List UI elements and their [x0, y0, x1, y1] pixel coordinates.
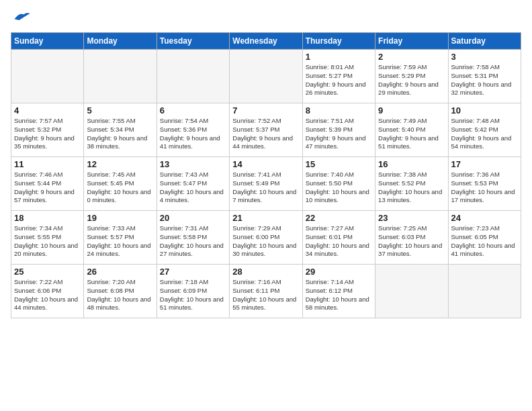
- day-info: Sunrise: 7:54 AM Sunset: 5:36 PM Dayligh…: [160, 117, 226, 151]
- day-info: Sunrise: 7:16 AM Sunset: 6:11 PM Dayligh…: [232, 278, 299, 312]
- day-info: Sunrise: 7:41 AM Sunset: 5:49 PM Dayligh…: [232, 171, 299, 205]
- day-number: 13: [160, 159, 226, 169]
- day-info: Sunrise: 7:43 AM Sunset: 5:47 PM Dayligh…: [160, 171, 226, 205]
- day-info: Sunrise: 7:25 AM Sunset: 6:03 PM Dayligh…: [378, 224, 445, 259]
- calendar-week-row: 1Sunrise: 8:01 AM Sunset: 5:27 PM Daylig…: [11, 50, 521, 103]
- day-info: Sunrise: 7:48 AM Sunset: 5:42 PM Dayligh…: [451, 117, 518, 151]
- day-info: Sunrise: 7:58 AM Sunset: 5:31 PM Dayligh…: [451, 63, 518, 97]
- calendar-week-row: 25Sunrise: 7:22 AM Sunset: 6:06 PM Dayli…: [11, 265, 521, 318]
- col-header-saturday: Saturday: [448, 33, 521, 50]
- day-number: 2: [378, 52, 445, 62]
- day-number: 18: [14, 213, 81, 223]
- col-header-wednesday: Wednesday: [230, 33, 302, 50]
- day-number: 14: [232, 159, 299, 169]
- day-number: 15: [306, 159, 372, 169]
- day-info: Sunrise: 7:57 AM Sunset: 5:32 PM Dayligh…: [14, 117, 81, 151]
- col-header-thursday: Thursday: [302, 33, 375, 50]
- day-info: Sunrise: 7:29 AM Sunset: 6:00 PM Dayligh…: [232, 224, 299, 259]
- day-number: 11: [14, 159, 81, 169]
- day-number: 12: [87, 159, 153, 169]
- col-header-friday: Friday: [375, 33, 448, 50]
- day-info: Sunrise: 7:20 AM Sunset: 6:08 PM Dayligh…: [87, 278, 153, 312]
- day-number: 5: [87, 105, 153, 116]
- page-container: SundayMondayTuesdayWednesdayThursdayFrid…: [0, 0, 532, 324]
- day-info: Sunrise: 7:33 AM Sunset: 5:57 PM Dayligh…: [87, 224, 153, 259]
- day-number: 19: [87, 213, 153, 223]
- day-number: 25: [14, 267, 81, 277]
- day-number: 9: [378, 105, 445, 116]
- day-number: 24: [451, 213, 518, 223]
- day-info: Sunrise: 7:14 AM Sunset: 6:12 PM Dayligh…: [306, 278, 372, 312]
- col-header-tuesday: Tuesday: [157, 33, 229, 50]
- day-info: Sunrise: 7:52 AM Sunset: 5:37 PM Dayligh…: [232, 117, 299, 151]
- day-number: 8: [306, 105, 372, 116]
- logo: [11, 9, 34, 27]
- day-number: 10: [451, 105, 518, 116]
- day-info: Sunrise: 7:23 AM Sunset: 6:05 PM Dayligh…: [451, 224, 518, 259]
- day-info: Sunrise: 7:27 AM Sunset: 6:01 PM Dayligh…: [306, 224, 372, 259]
- calendar-table: SundayMondayTuesdayWednesdayThursdayFrid…: [11, 32, 521, 318]
- day-info: Sunrise: 7:59 AM Sunset: 5:29 PM Dayligh…: [378, 63, 445, 97]
- day-info: Sunrise: 7:22 AM Sunset: 6:06 PM Dayligh…: [14, 278, 81, 312]
- day-number: 17: [451, 159, 518, 169]
- day-number: 7: [232, 105, 299, 116]
- day-info: Sunrise: 7:45 AM Sunset: 5:45 PM Dayligh…: [87, 171, 153, 205]
- day-number: 27: [160, 267, 226, 277]
- day-info: Sunrise: 7:36 AM Sunset: 5:53 PM Dayligh…: [451, 171, 518, 205]
- day-info: Sunrise: 7:40 AM Sunset: 5:50 PM Dayligh…: [306, 171, 372, 205]
- day-number: 3: [451, 52, 518, 62]
- col-header-sunday: Sunday: [11, 33, 84, 50]
- day-number: 1: [306, 52, 372, 62]
- day-info: Sunrise: 7:51 AM Sunset: 5:39 PM Dayligh…: [306, 117, 372, 151]
- calendar-week-row: 4Sunrise: 7:57 AM Sunset: 5:32 PM Daylig…: [11, 103, 521, 157]
- calendar-week-row: 11Sunrise: 7:46 AM Sunset: 5:44 PM Dayli…: [11, 157, 521, 211]
- day-number: 4: [14, 105, 81, 116]
- day-number: 20: [160, 213, 226, 223]
- day-info: Sunrise: 7:34 AM Sunset: 5:55 PM Dayligh…: [14, 224, 81, 259]
- day-number: 21: [232, 213, 299, 223]
- day-info: Sunrise: 7:18 AM Sunset: 6:09 PM Dayligh…: [160, 278, 226, 312]
- page-header: [11, 7, 521, 27]
- calendar-week-row: 18Sunrise: 7:34 AM Sunset: 5:55 PM Dayli…: [11, 211, 521, 265]
- calendar-header-row: SundayMondayTuesdayWednesdayThursdayFrid…: [11, 33, 521, 50]
- day-number: 23: [378, 213, 445, 223]
- day-number: 29: [306, 267, 372, 277]
- day-number: 28: [232, 267, 299, 277]
- day-info: Sunrise: 7:55 AM Sunset: 5:34 PM Dayligh…: [87, 117, 153, 151]
- day-info: Sunrise: 7:49 AM Sunset: 5:40 PM Dayligh…: [378, 117, 445, 151]
- day-info: Sunrise: 8:01 AM Sunset: 5:27 PM Dayligh…: [306, 63, 372, 97]
- day-info: Sunrise: 7:46 AM Sunset: 5:44 PM Dayligh…: [14, 171, 81, 205]
- col-header-monday: Monday: [84, 33, 157, 50]
- day-info: Sunrise: 7:38 AM Sunset: 5:52 PM Dayligh…: [378, 171, 445, 205]
- day-number: 16: [378, 159, 445, 169]
- logo-bird-icon: [12, 9, 31, 24]
- day-number: 26: [87, 267, 153, 277]
- day-number: 6: [160, 105, 226, 116]
- day-number: 22: [306, 213, 372, 223]
- day-info: Sunrise: 7:31 AM Sunset: 5:58 PM Dayligh…: [160, 224, 226, 259]
